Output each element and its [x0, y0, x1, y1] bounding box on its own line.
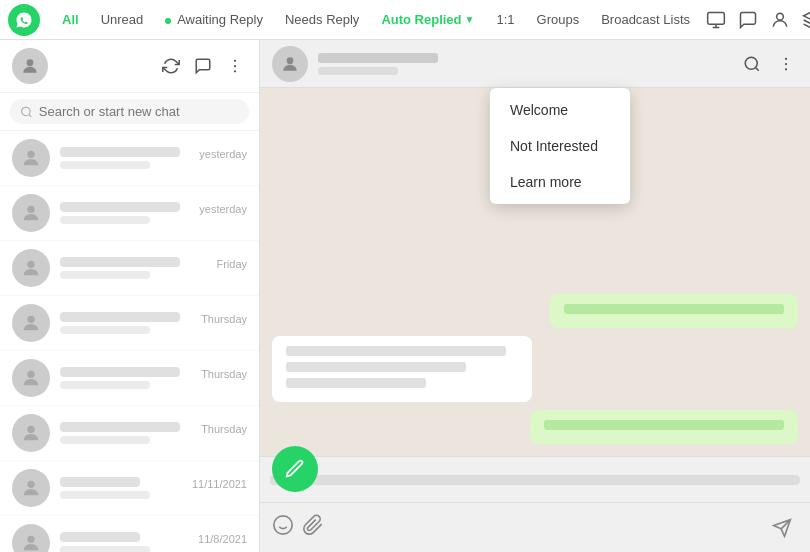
screen-icon[interactable] — [704, 8, 728, 32]
dropdown-item-welcome[interactable]: Welcome — [490, 92, 630, 128]
attach-icon[interactable] — [302, 514, 324, 541]
compose-icon[interactable] — [191, 54, 215, 78]
svg-rect-0 — [708, 12, 725, 24]
avatar — [12, 139, 50, 177]
contact-icon[interactable] — [768, 8, 792, 32]
layers-icon[interactable] — [800, 8, 810, 32]
list-item[interactable]: 11/8/2021 — [0, 516, 259, 552]
message-icon[interactable] — [736, 8, 760, 32]
chat-header-info — [318, 53, 438, 75]
avatar — [12, 249, 50, 287]
svg-point-11 — [27, 206, 34, 213]
svg-point-15 — [27, 426, 34, 433]
message-bubble — [530, 410, 798, 444]
chat-header-left — [272, 46, 438, 82]
avatar — [12, 414, 50, 452]
list-item[interactable]: yesterday — [0, 186, 259, 241]
chat-info: Thursday — [60, 422, 247, 444]
chat-list: yesterday yesterday Friday — [0, 131, 259, 552]
svg-point-24 — [274, 516, 292, 534]
list-item[interactable]: yesterday — [0, 131, 259, 186]
svg-point-13 — [27, 316, 34, 323]
search-input[interactable] — [39, 104, 239, 119]
svg-point-23 — [785, 68, 787, 70]
chat-avatar — [272, 46, 308, 82]
awaiting-dot — [165, 18, 171, 24]
refresh-icon[interactable] — [159, 54, 183, 78]
tab-auto-replied[interactable]: Auto Replied ▼ — [371, 8, 484, 31]
tab-needs-reply[interactable]: Needs Reply — [275, 8, 369, 31]
chat-info: 11/8/2021 — [60, 532, 247, 552]
dropdown-item-not-interested[interactable]: Not Interested — [490, 128, 630, 164]
message-bubble — [272, 336, 532, 402]
svg-point-5 — [234, 60, 236, 62]
chat-info: 11/11/2021 — [60, 477, 247, 499]
chat-header — [260, 40, 810, 88]
avatar — [12, 359, 50, 397]
list-item[interactable]: Thursday — [0, 351, 259, 406]
sidebar: yesterday yesterday Friday — [0, 40, 260, 552]
more-options-icon[interactable] — [223, 54, 247, 78]
main-container: yesterday yesterday Friday — [0, 40, 810, 552]
svg-point-18 — [287, 57, 294, 64]
chat-info: yesterday — [60, 202, 247, 224]
svg-point-6 — [234, 65, 236, 67]
nav-tabs: All Unread Awaiting Reply Needs Reply Au… — [52, 8, 700, 31]
svg-point-8 — [22, 107, 31, 116]
send-button[interactable] — [766, 512, 798, 544]
app-logo — [8, 4, 40, 36]
message-row — [272, 336, 798, 402]
tab-groups[interactable]: Groups — [527, 8, 590, 31]
svg-point-7 — [234, 70, 236, 72]
message-row — [272, 410, 798, 444]
chat-info: yesterday — [60, 147, 247, 169]
svg-point-4 — [27, 59, 34, 66]
sidebar-avatar — [12, 48, 48, 84]
contact-name-bar — [318, 53, 438, 63]
svg-point-21 — [785, 57, 787, 59]
chat-info: Friday — [60, 257, 247, 279]
avatar — [12, 524, 50, 552]
chat-search-icon[interactable] — [740, 52, 764, 76]
search-icon — [20, 105, 33, 119]
message-input-preview — [270, 475, 800, 485]
svg-line-20 — [755, 67, 758, 70]
svg-point-17 — [27, 536, 34, 543]
top-nav: All Unread Awaiting Reply Needs Reply Au… — [0, 0, 810, 40]
chat-info: Thursday — [60, 312, 247, 334]
avatar — [12, 194, 50, 232]
chat-header-right — [740, 52, 798, 76]
list-item[interactable]: Thursday — [0, 406, 259, 461]
emoji-icon[interactable] — [272, 514, 294, 541]
tab-broadcast[interactable]: Broadcast Lists — [591, 8, 700, 31]
chat-info: Thursday — [60, 367, 247, 389]
nav-right-icons: 64+ — [704, 7, 810, 33]
svg-point-12 — [27, 261, 34, 268]
list-item[interactable]: Friday — [0, 241, 259, 296]
message-row — [272, 294, 798, 328]
tab-unread[interactable]: Unread — [91, 8, 154, 31]
auto-replied-dropdown: Welcome Not Interested Learn more — [490, 88, 630, 204]
list-item[interactable]: Thursday — [0, 296, 259, 351]
avatar — [12, 469, 50, 507]
chat-input-area — [260, 502, 810, 552]
tab-all[interactable]: All — [52, 8, 89, 31]
tab-1to1[interactable]: 1:1 — [486, 8, 524, 31]
sidebar-header — [0, 40, 259, 93]
sidebar-header-icons — [159, 54, 247, 78]
svg-point-19 — [745, 57, 757, 69]
tab-awaiting-reply[interactable]: Awaiting Reply — [155, 8, 273, 31]
compose-button[interactable] — [272, 446, 318, 492]
svg-line-9 — [29, 114, 31, 116]
dropdown-item-learn-more[interactable]: Learn more — [490, 164, 630, 200]
sidebar-search-area — [0, 93, 259, 131]
svg-point-10 — [27, 151, 34, 158]
avatar — [12, 304, 50, 342]
chat-more-icon[interactable] — [774, 52, 798, 76]
message-bubble — [550, 294, 798, 328]
list-item[interactable]: 11/11/2021 — [0, 461, 259, 516]
svg-point-14 — [27, 371, 34, 378]
search-inner — [10, 99, 249, 124]
svg-point-16 — [27, 481, 34, 488]
chat-area: Welcome Not Interested Learn more — [260, 40, 810, 552]
